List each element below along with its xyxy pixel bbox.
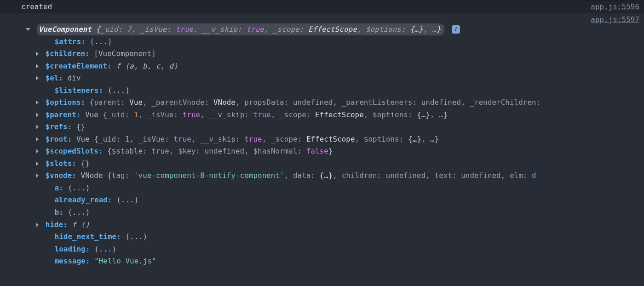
property-value[interactable]: "Hello Vue.js" <box>94 257 156 265</box>
disclosure-triangle-right-icon[interactable] <box>36 76 39 80</box>
preview-value: 7 <box>127 25 132 34</box>
preview-value: EffectScope <box>308 25 357 34</box>
property-value[interactable]: Vue {_uid: 1, _isVue: true, __v_skip: tr… <box>76 135 439 143</box>
property-value[interactable]: (...) <box>108 86 130 95</box>
preview-key: $options: <box>373 110 413 119</box>
brace: } <box>443 110 448 119</box>
preview-value: true <box>183 110 200 119</box>
disclosure-triangle-right-icon[interactable] <box>36 149 39 154</box>
property-row[interactable]: $children: [VueComponent] <box>0 48 644 60</box>
property-row[interactable]: hide_next_time: (...) <box>0 231 644 243</box>
property-row[interactable]: hide: f () <box>0 219 644 231</box>
disclosure-triangle-right-icon[interactable] <box>36 64 39 69</box>
preview-value: {…} <box>410 25 423 34</box>
disclosure-triangle-right-icon[interactable] <box>36 223 39 227</box>
property-row[interactable]: $refs: {} <box>0 121 644 133</box>
preview-key: __v_skip: <box>200 135 240 143</box>
property-row[interactable]: $parent: Vue {_uid: 1, _isVue: true, __v… <box>0 109 644 121</box>
property-row[interactable]: loading: (...) <box>0 243 644 256</box>
preview-key: _renderChildren: <box>470 98 540 107</box>
disclosure-triangle-right-icon[interactable] <box>36 51 39 56</box>
property-key: $parent: <box>46 110 81 119</box>
constructor-name: VueComponent <box>39 25 92 34</box>
property-value[interactable]: (...) <box>68 208 90 217</box>
property-value[interactable]: {} <box>81 159 90 168</box>
property-value[interactable]: {} <box>76 122 85 131</box>
constructor-name: VNode <box>81 171 103 180</box>
source-link[interactable]: app.js:5597 <box>583 13 639 25</box>
function-f-icon: f <box>72 220 76 229</box>
preview-value: VNode <box>213 98 236 107</box>
property-key: already_read: <box>55 195 112 204</box>
property-value[interactable]: {parent: Vue, _parentVnode: VNode, props… <box>90 98 540 107</box>
object-preview[interactable]: VueComponent {_uid: 7, _isVue: true, __v… <box>37 23 445 35</box>
preview-more: … <box>432 25 437 34</box>
property-row[interactable]: message: "Hello Vue.js" <box>0 255 644 268</box>
preview-value: {…} <box>408 135 421 143</box>
property-value[interactable]: (...) <box>90 37 112 46</box>
disclosure-triangle-right-icon[interactable] <box>36 100 39 105</box>
preview-value: true <box>151 147 169 155</box>
preview-more: … <box>439 110 443 119</box>
property-row[interactable]: $root: Vue {_uid: 1, _isVue: true, __v_s… <box>0 133 644 146</box>
preview-value: {…} <box>417 110 430 119</box>
preview-key: _parentVnode: <box>151 98 209 107</box>
property-key: $refs: <box>46 122 72 131</box>
property-key: a: <box>55 183 63 192</box>
preview-value: EffectScope <box>306 135 355 143</box>
preview-key: _isVue: <box>147 110 178 119</box>
constructor-name: Vue <box>76 135 90 143</box>
property-key: hide_next_time: <box>55 232 121 241</box>
preview-value: true <box>244 135 262 143</box>
preview-key: tag: <box>112 171 129 180</box>
preview-key: _scope: <box>280 110 310 119</box>
preview-value: EffectScope <box>315 110 364 119</box>
property-row[interactable]: $el: div <box>0 72 644 85</box>
property-row[interactable]: $slots: {} <box>0 158 644 170</box>
property-row[interactable]: $options: {parent: Vue, _parentVnode: VN… <box>0 97 644 109</box>
preview-value: 1 <box>134 110 138 119</box>
property-value[interactable]: (...) <box>94 245 116 253</box>
property-value[interactable]: [VueComponent] <box>94 49 156 58</box>
disclosure-triangle-right-icon[interactable] <box>36 161 39 166</box>
disclosure-triangle-right-icon[interactable] <box>36 137 39 142</box>
disclosure-triangle-right-icon[interactable] <box>36 113 39 117</box>
preview-key: $options: <box>364 135 404 143</box>
property-row[interactable]: $scopedSlots: {$stable: true, $key: unde… <box>0 145 644 158</box>
disclosure-triangle-right-icon[interactable] <box>36 173 39 178</box>
property-key: b: <box>55 208 63 217</box>
property-value[interactable]: div <box>68 74 81 82</box>
property-key: $attrs: <box>55 37 86 46</box>
property-value[interactable]: Vue {_uid: 1, _isVue: true, __v_skip: tr… <box>85 110 448 119</box>
property-row[interactable]: $vnode: VNode {tag: 'vue-component-8-not… <box>0 170 644 182</box>
property-value[interactable]: (...) <box>68 183 90 192</box>
property-key: loading: <box>55 245 90 253</box>
property-value[interactable]: {$stable: true, $key: undefined, $hasNor… <box>107 147 333 155</box>
property-value[interactable]: (...) <box>116 195 138 204</box>
property-row[interactable]: $createElement: f (a, b, c, d) <box>0 60 644 73</box>
preview-value: undefined <box>205 147 245 155</box>
preview-more: … <box>430 135 435 143</box>
property-row[interactable]: $attrs: (...) <box>0 36 644 48</box>
property-key: message: <box>55 257 90 265</box>
console-log-row[interactable]: created app.js:5596 <box>0 0 644 13</box>
property-row[interactable]: already_read: (...) <box>0 194 644 206</box>
preview-value: undefined <box>421 98 461 107</box>
property-row[interactable]: a: (...) <box>0 182 644 194</box>
property-key: $listeners: <box>55 86 104 95</box>
preview-key: data: <box>293 171 315 180</box>
disclosure-triangle-down-icon[interactable] <box>26 28 30 31</box>
preview-value: undefined <box>293 98 333 107</box>
source-link[interactable]: app.js:5596 <box>583 0 639 13</box>
info-badge-icon[interactable]: i <box>452 25 460 34</box>
property-row[interactable]: b: (...) <box>0 206 644 219</box>
disclosure-triangle-right-icon[interactable] <box>36 125 39 129</box>
property-value[interactable]: (...) <box>125 232 147 241</box>
preview-key: __v_skip: <box>209 110 249 119</box>
preview-key: elm: <box>510 171 527 180</box>
property-key: $el: <box>46 74 63 82</box>
preview-key: children: <box>342 171 382 180</box>
property-row[interactable]: $listeners: (...) <box>0 85 644 97</box>
property-value[interactable]: VNode {tag: 'vue-component-8-notify-comp… <box>81 171 536 180</box>
preview-key: $hasNormal: <box>253 147 302 155</box>
